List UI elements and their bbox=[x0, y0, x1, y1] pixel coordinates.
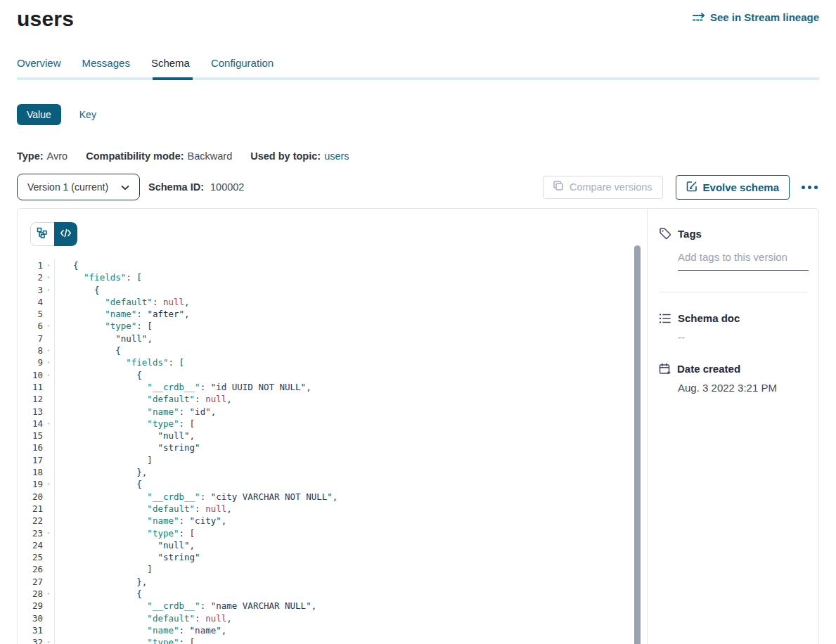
tree-view-icon bbox=[37, 227, 48, 241]
date-created-section: Date created Aug. 3 2022 3:21 PM bbox=[659, 363, 807, 394]
line-number: 32 bbox=[18, 636, 43, 644]
tags-input-wrap bbox=[678, 251, 809, 271]
line-number: 1 bbox=[18, 259, 43, 271]
code-line: 32▾ "type": [ bbox=[18, 636, 647, 644]
code-line: 5 "name": "after", bbox=[18, 308, 647, 320]
tab-track bbox=[17, 77, 819, 80]
schema-doc-section: Schema doc -- bbox=[659, 312, 807, 343]
tab-configuration[interactable]: Configuration bbox=[211, 57, 274, 77]
value-tab-button[interactable]: Value bbox=[17, 104, 61, 125]
chevron-down-icon bbox=[121, 181, 129, 193]
code-view-icon bbox=[60, 228, 72, 240]
tab-overview[interactable]: Overview bbox=[17, 57, 61, 77]
version-select[interactable]: Version 1 (current) bbox=[17, 174, 140, 200]
code-line: 24 "null", bbox=[18, 539, 647, 551]
fold-toggle-icon[interactable]: ▾ bbox=[43, 284, 54, 296]
line-number: 27 bbox=[18, 576, 43, 588]
tab-messages[interactable]: Messages bbox=[82, 57, 130, 77]
line-number: 5 bbox=[18, 308, 43, 320]
line-number: 21 bbox=[18, 503, 43, 515]
date-created-value: Aug. 3 2022 3:21 PM bbox=[678, 382, 807, 394]
compatibility-mode-value: Backward bbox=[188, 150, 233, 162]
line-number: 20 bbox=[18, 491, 43, 503]
schema-id-value: 100002 bbox=[210, 181, 244, 193]
code-line: 15 "null", bbox=[18, 430, 647, 442]
evolve-schema-button[interactable]: Evolve schema bbox=[676, 175, 790, 200]
fold-toggle-icon[interactable]: ▾ bbox=[43, 478, 54, 490]
schema-meta-row: Type: Avro Compatibility mode: Backward … bbox=[17, 150, 819, 162]
code-line: 31 "name": "name", bbox=[18, 624, 647, 636]
type-label: Type: bbox=[17, 150, 44, 162]
line-number: 4 bbox=[18, 296, 43, 308]
code-line: 16 "string" bbox=[18, 442, 647, 453]
line-number: 17 bbox=[18, 454, 43, 466]
schema-page: users See in Stream lineage Overview Mes… bbox=[0, 0, 836, 644]
fold-toggle-icon[interactable]: ▾ bbox=[43, 369, 54, 381]
code-line: 7 "null", bbox=[18, 333, 647, 344]
code-view-button[interactable] bbox=[54, 222, 78, 246]
key-tab-button[interactable]: Key bbox=[79, 109, 96, 120]
schema-id: Schema ID: 100002 bbox=[148, 181, 244, 193]
code-line: 10▾ { bbox=[18, 369, 647, 381]
code-line: 21 "default": null, bbox=[18, 503, 647, 515]
tags-input[interactable] bbox=[678, 251, 809, 263]
line-number: 25 bbox=[18, 551, 43, 563]
fold-toggle-icon[interactable]: ▾ bbox=[43, 418, 54, 430]
code-line: 23▾ "type": [ bbox=[18, 527, 647, 539]
code-line: 17 ] bbox=[18, 454, 647, 466]
code-line: 20 "__crdb__": "city VARCHAR NOT NULL", bbox=[18, 491, 647, 503]
line-number: 15 bbox=[18, 430, 43, 442]
code-line: 6▾ "type": [ bbox=[18, 320, 647, 332]
tab-bar: Overview Messages Schema Configuration bbox=[17, 57, 819, 77]
line-number: 10 bbox=[18, 369, 43, 381]
fold-toggle-icon[interactable]: ▾ bbox=[43, 320, 54, 332]
tab-schema[interactable]: Schema bbox=[151, 57, 190, 77]
line-number: 3 bbox=[18, 284, 43, 296]
fold-toggle-icon[interactable]: ▾ bbox=[43, 527, 54, 539]
code-line: 22 "name": "city", bbox=[18, 515, 647, 527]
line-number: 7 bbox=[18, 333, 43, 344]
tags-heading: Tags bbox=[678, 228, 702, 240]
editor-view-toggle bbox=[30, 222, 77, 246]
line-number: 24 bbox=[18, 539, 43, 551]
type-value: Avro bbox=[47, 150, 68, 162]
see-in-stream-lineage-link[interactable]: See in Stream lineage bbox=[693, 11, 819, 23]
line-number: 23 bbox=[18, 527, 43, 539]
line-number: 22 bbox=[18, 515, 43, 527]
schema-doc-value: -- bbox=[678, 331, 807, 343]
more-options-button[interactable] bbox=[800, 181, 819, 193]
calendar-icon bbox=[659, 363, 671, 375]
code-line: 14▾ "type": [ bbox=[18, 418, 647, 430]
used-by-topic-label: Used by topic: bbox=[250, 150, 321, 162]
line-number: 29 bbox=[18, 600, 43, 612]
code-line: 29 "__crdb__": "name VARCHAR NULL", bbox=[18, 600, 647, 612]
version-select-value: Version 1 (current) bbox=[27, 181, 108, 193]
code-line: 30 "default": null, bbox=[18, 612, 647, 624]
fold-toggle-icon[interactable]: ▾ bbox=[43, 344, 54, 356]
code-line: 1▾{ bbox=[18, 259, 647, 271]
active-tab-indicator bbox=[153, 77, 193, 80]
see-in-stream-lineage-label: See in Stream lineage bbox=[710, 11, 819, 23]
code-line: 2▾ "fields": [ bbox=[18, 271, 647, 283]
schema-doc-heading: Schema doc bbox=[678, 312, 740, 324]
editor-scrollbar[interactable] bbox=[634, 245, 641, 644]
line-number: 13 bbox=[18, 406, 43, 418]
line-number: 9 bbox=[18, 356, 43, 368]
line-number: 2 bbox=[18, 271, 43, 283]
code-line: 8▾ { bbox=[18, 344, 647, 356]
code-line: 18 }, bbox=[18, 466, 647, 478]
fold-toggle-icon[interactable]: ▾ bbox=[43, 636, 54, 644]
line-number: 28 bbox=[18, 588, 43, 600]
tree-view-button[interactable] bbox=[30, 222, 54, 246]
fold-toggle-icon[interactable]: ▾ bbox=[43, 356, 54, 368]
code-line: 13 "name": "id", bbox=[18, 406, 647, 418]
fold-toggle-icon[interactable]: ▾ bbox=[43, 588, 54, 600]
fold-toggle-icon[interactable]: ▾ bbox=[43, 259, 54, 271]
code-viewer: 1▾{2▾ "fields": [3▾ {4 "default": null,5… bbox=[18, 259, 647, 644]
fold-toggle-icon[interactable]: ▾ bbox=[43, 271, 54, 283]
line-number: 8 bbox=[18, 344, 43, 356]
compare-versions-button[interactable]: Compare versions bbox=[543, 176, 663, 199]
edit-schema-icon bbox=[686, 181, 697, 194]
used-by-topic-link[interactable]: users bbox=[324, 150, 349, 162]
page-title: users bbox=[17, 7, 74, 31]
